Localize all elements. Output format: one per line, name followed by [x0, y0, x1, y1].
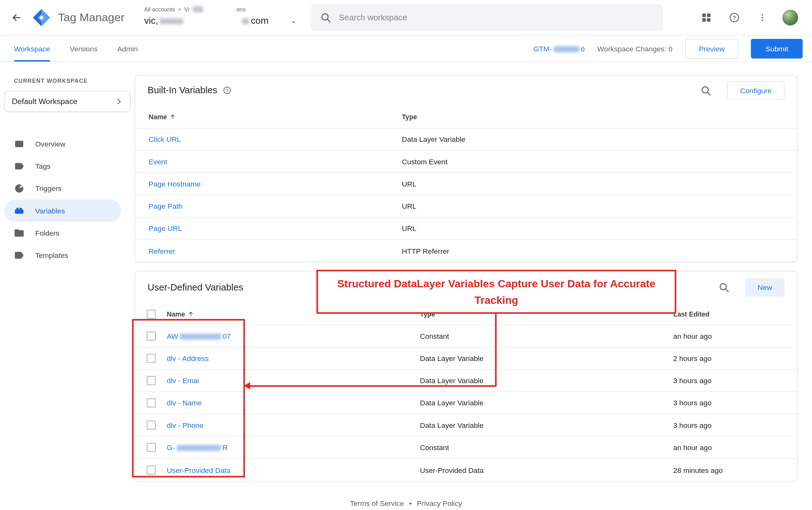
table-row: dlv - Phone Data Layer Variable 3 hours … [135, 414, 797, 437]
built-in-variables-card: Built-In Variables ? Configure Name [135, 75, 798, 263]
column-header-type[interactable]: Type [420, 310, 673, 318]
last-edited: 3 hours ago [673, 377, 797, 385]
column-header-type[interactable]: Type [402, 113, 797, 120]
table-row: Page Path URL [135, 196, 797, 217]
search-input[interactable] [339, 13, 654, 22]
privacy-policy-link[interactable]: Privacy Policy [417, 499, 462, 507]
variable-type: Data Layer Variable [420, 377, 673, 385]
last-edited: 3 hours ago [673, 399, 797, 407]
breadcrumb[interactable]: All accounts Vi ons vic, com [144, 3, 300, 32]
variable-link[interactable]: Page Hostname [149, 180, 402, 188]
sidebar-item-label: Folders [35, 229, 59, 237]
workspace-name: Default Workspace [12, 97, 78, 106]
last-edited: an hour ago [673, 332, 797, 340]
variable-link[interactable]: dlv - Name [167, 399, 420, 407]
sidebar-item-variables[interactable]: Variables [4, 200, 121, 222]
table-row: Referrer HTTP Referrer [135, 240, 797, 262]
variable-type: Data Layer Variable [402, 135, 797, 143]
footer-separator: • [409, 499, 412, 507]
help-icon[interactable]: ? [726, 9, 743, 26]
variable-link[interactable]: dlv - Address [167, 354, 420, 362]
variable-link[interactable]: Referrer [149, 247, 402, 255]
sidebar-item-folders[interactable]: Folders [0, 222, 135, 244]
configure-button[interactable]: Configure [727, 81, 785, 100]
variable-link[interactable]: User-Provided Data [167, 466, 420, 474]
more-vertical-icon[interactable] [754, 9, 771, 26]
row-checkbox[interactable] [147, 443, 156, 452]
search-icon[interactable] [700, 85, 712, 96]
row-checkbox[interactable] [147, 354, 156, 363]
variable-link[interactable]: Page Path [149, 202, 402, 210]
variable-link[interactable]: Page URL [149, 224, 402, 233]
new-variable-button[interactable]: New [745, 278, 784, 297]
workspace-search-bar[interactable] [311, 4, 663, 31]
sort-ascending-icon [170, 113, 176, 120]
variable-link[interactable]: dlv - Phone [167, 421, 420, 429]
row-checkbox[interactable] [147, 376, 156, 385]
user-defined-variables-title: User-Defined Variables [147, 282, 243, 293]
variable-link[interactable]: G-R [167, 443, 420, 452]
variable-link[interactable]: AW07 [167, 332, 420, 340]
column-header-name[interactable]: Name [149, 113, 402, 120]
redacted-text [553, 46, 580, 52]
submit-button[interactable]: Submit [751, 39, 803, 58]
overview-icon [14, 139, 24, 149]
tab-versions[interactable]: Versions [70, 35, 98, 62]
table-row: Page URL URL [135, 217, 797, 240]
row-checkbox[interactable] [147, 331, 156, 341]
sidebar: CURRENT WORKSPACE Default Workspace Over… [0, 62, 135, 266]
tab-admin[interactable]: Admin [117, 35, 138, 62]
variable-link[interactable]: Event [149, 157, 402, 166]
variable-type: Data Layer Variable [420, 421, 673, 429]
built-in-variables-title: Built-In Variables [147, 85, 217, 96]
top-actions: ? [698, 9, 804, 26]
trigger-icon [14, 183, 24, 193]
table-row: G-R Constant an hour ago [135, 437, 797, 459]
breadcrumb-accounts[interactable]: All accounts Vi [144, 6, 205, 13]
apps-grid-icon[interactable] [698, 9, 715, 26]
sidebar-item-label: Tags [35, 162, 51, 170]
container-dropdown-caret-icon[interactable] [290, 19, 297, 28]
table-row: User-Provided Data User-Provided Data 28… [135, 459, 797, 481]
table-row: Click URL Data Layer Variable [135, 128, 797, 151]
app-title: Tag Manager [58, 11, 125, 24]
sidebar-item-tags[interactable]: Tags [0, 155, 135, 177]
variable-type: Data Layer Variable [420, 354, 673, 362]
template-icon [14, 250, 24, 260]
variables-icon [14, 205, 24, 216]
sidebar-item-label: Variables [35, 207, 65, 215]
last-edited: an hour ago [673, 443, 797, 452]
workspace-changes-count: Workspace Changes: 0 [597, 44, 672, 53]
tab-workspace[interactable]: Workspace [14, 35, 50, 62]
variable-link[interactable]: Click URL [149, 135, 402, 143]
preview-button[interactable]: Preview [685, 39, 738, 58]
terms-of-service-link[interactable]: Terms of Service [350, 499, 404, 507]
variable-type: User-Provided Data [420, 466, 673, 474]
row-checkbox[interactable] [147, 398, 156, 408]
back-arrow-icon[interactable] [8, 9, 25, 26]
svg-text:?: ? [733, 14, 736, 21]
table-row: AW07 Constant an hour ago [135, 325, 797, 347]
sidebar-item-overview[interactable]: Overview [0, 132, 135, 155]
workspace-selector[interactable]: Default Workspace [4, 91, 130, 112]
sidebar-item-triggers[interactable]: Triggers [0, 177, 135, 199]
avatar[interactable] [782, 9, 799, 26]
account-name[interactable]: vic, [144, 16, 185, 26]
workspace-tab-bar: Workspace Versions Admin GTM-ó Workspace… [0, 36, 812, 62]
main-panel: Built-In Variables ? Configure Name [135, 62, 812, 490]
sidebar-item-templates[interactable]: Templates [0, 244, 135, 266]
column-header-last-edited[interactable]: Last Edited [673, 310, 797, 318]
search-icon[interactable] [718, 282, 729, 293]
top-bar: Tag Manager All accounts Vi ons vic, com [0, 0, 812, 36]
variable-type: URL [402, 224, 797, 233]
column-header-name[interactable]: Name [167, 310, 420, 318]
row-checkbox[interactable] [147, 421, 156, 430]
container-name[interactable]: com [240, 16, 268, 26]
select-all-checkbox[interactable] [147, 309, 156, 319]
variable-link[interactable]: dlv - Emai [167, 377, 420, 385]
gtm-container-id[interactable]: GTM-ó [533, 44, 585, 53]
help-circle-icon[interactable]: ? [223, 86, 232, 95]
table-row: dlv - Address Data Layer Variable 2 hour… [135, 348, 797, 370]
built-in-table-header: Name Type [135, 105, 797, 128]
row-checkbox[interactable] [147, 465, 156, 475]
